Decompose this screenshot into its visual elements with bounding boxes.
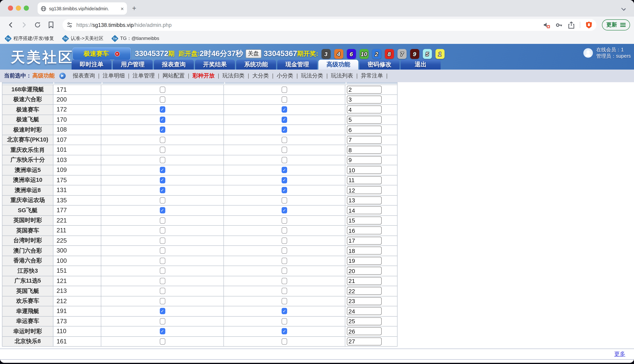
open-checkbox[interactable]	[160, 248, 165, 254]
brave-rewards-icon[interactable]	[585, 21, 592, 29]
display-checkbox[interactable]	[282, 248, 287, 254]
sort-order-input[interactable]	[347, 257, 382, 265]
open-checkbox[interactable]	[160, 238, 165, 244]
open-checkbox[interactable]	[160, 197, 165, 204]
tab-search-chevron-icon[interactable]	[621, 6, 626, 11]
subnav-item-注单管理[interactable]: 注单管理	[133, 72, 155, 79]
subnav-item-注单明细[interactable]: 注单明细	[103, 72, 125, 79]
nav-tab-报表查询[interactable]: 报表查询	[154, 60, 194, 70]
open-checkbox[interactable]: ✓	[160, 106, 165, 113]
open-checkbox[interactable]	[160, 298, 165, 304]
bookmark-item[interactable]: Tm 程序搭建/开发/修复	[6, 35, 54, 42]
tab-muted-icon[interactable]	[543, 21, 550, 28]
sort-order-input[interactable]	[347, 156, 382, 164]
sort-order-input[interactable]	[347, 237, 382, 245]
display-checkbox[interactable]: ✓	[282, 308, 287, 314]
sort-order-input[interactable]	[347, 146, 382, 154]
display-checkbox[interactable]	[282, 288, 287, 294]
url-text[interactable]: https://sg138.timibbs.vip/hide/admin.php	[76, 22, 538, 28]
sort-order-input[interactable]	[347, 106, 382, 114]
display-checkbox[interactable]: ✓	[282, 167, 287, 173]
tab-close-icon[interactable]: ×	[121, 5, 124, 12]
sort-order-input[interactable]	[347, 227, 382, 234]
sort-order-input[interactable]	[347, 186, 382, 194]
browser-tab[interactable]: sg138.timibbs.vip/hide/admin. ×	[38, 2, 127, 14]
display-checkbox[interactable]	[282, 298, 287, 304]
open-checkbox[interactable]: ✓	[160, 116, 165, 123]
display-checkbox[interactable]	[282, 147, 287, 153]
sort-order-input[interactable]	[347, 196, 382, 204]
subnav-item-大分类[interactable]: 大分类	[252, 72, 269, 79]
sort-order-input[interactable]	[347, 86, 382, 94]
url-bar[interactable]: https://sg138.timibbs.vip/hide/admin.php	[63, 19, 596, 31]
open-checkbox[interactable]	[160, 318, 165, 324]
sort-order-input[interactable]	[347, 96, 382, 104]
subnav-item-报表查询[interactable]: 报表查询	[73, 72, 95, 79]
open-checkbox[interactable]	[160, 96, 165, 103]
nav-tab-即时注单[interactable]: 即时注单	[72, 60, 112, 70]
open-checkbox[interactable]: ✓	[160, 167, 165, 173]
sort-order-input[interactable]	[347, 277, 382, 285]
subnav-item-异常注单[interactable]: 异常注单	[361, 72, 383, 79]
open-checkbox[interactable]: ✓	[160, 127, 165, 133]
nav-tab-系统功能[interactable]: 系统功能	[236, 60, 276, 70]
browser-update-button[interactable]: 更新	[602, 19, 630, 30]
open-checkbox[interactable]	[160, 288, 165, 294]
display-checkbox[interactable]	[282, 278, 287, 284]
sort-order-input[interactable]	[347, 328, 382, 335]
open-checkbox[interactable]	[160, 278, 165, 284]
subnav-item-玩法分类[interactable]: 玩法分类	[301, 72, 323, 79]
display-checkbox[interactable]	[282, 137, 287, 143]
open-checkbox[interactable]: ✓	[160, 308, 165, 314]
display-checkbox[interactable]: ✓	[282, 106, 287, 113]
sort-order-input[interactable]	[347, 216, 382, 224]
nav-tab-高级功能[interactable]: 高级功能	[318, 60, 358, 70]
bookmark-item[interactable]: Tm 认准->天美社区	[63, 35, 104, 42]
subnav-item-小分类[interactable]: 小分类	[277, 72, 293, 79]
forward-button[interactable]	[19, 20, 29, 30]
reload-button[interactable]	[33, 20, 43, 30]
open-checkbox[interactable]	[160, 86, 165, 93]
display-checkbox[interactable]	[282, 197, 287, 204]
open-checkbox[interactable]	[160, 137, 165, 143]
close-market-button[interactable]: 关盘	[245, 50, 261, 58]
sort-order-input[interactable]	[347, 307, 382, 315]
open-checkbox[interactable]	[160, 217, 165, 224]
subnav-item-玩法归类[interactable]: 玩法归类	[222, 72, 244, 79]
display-checkbox[interactable]: ✓	[282, 328, 287, 334]
subnav-item-彩种开放[interactable]: 彩种开放	[192, 72, 215, 79]
display-checkbox[interactable]	[282, 238, 287, 244]
sort-order-input[interactable]	[347, 166, 382, 174]
open-checkbox[interactable]	[160, 228, 165, 234]
nav-tab-现金管理[interactable]: 现金管理	[277, 60, 317, 70]
open-checkbox[interactable]	[160, 258, 165, 264]
display-checkbox[interactable]	[282, 157, 287, 163]
macos-close-button[interactable]	[8, 6, 13, 11]
bookmark-item[interactable]: Tm TG：@tianmeibbs	[112, 35, 159, 42]
display-checkbox[interactable]	[282, 338, 287, 345]
macos-minimize-button[interactable]	[16, 6, 21, 11]
display-checkbox[interactable]	[282, 86, 287, 93]
sort-order-input[interactable]	[347, 267, 382, 275]
open-checkbox[interactable]: ✓	[160, 207, 165, 214]
nav-tab-开奖结果[interactable]: 开奖结果	[195, 60, 235, 70]
more-link[interactable]: 更多	[614, 350, 625, 358]
display-checkbox[interactable]: ✓	[282, 187, 287, 194]
sort-order-input[interactable]	[347, 297, 382, 305]
sort-order-input[interactable]	[347, 206, 382, 214]
menu-hamburger-icon[interactable]	[620, 23, 626, 27]
site-settings-icon[interactable]	[67, 22, 73, 28]
sort-order-input[interactable]	[347, 116, 382, 124]
display-checkbox[interactable]	[282, 268, 287, 274]
sort-order-input[interactable]	[347, 287, 382, 295]
display-checkbox[interactable]	[282, 258, 287, 264]
display-checkbox[interactable]: ✓	[282, 116, 287, 123]
bookmark-sidebar-icon[interactable]	[46, 20, 56, 30]
sort-order-input[interactable]	[347, 126, 382, 134]
open-checkbox[interactable]: ✓	[160, 177, 165, 184]
open-checkbox[interactable]	[160, 268, 165, 274]
display-checkbox[interactable]: ✓	[282, 127, 287, 133]
share-icon[interactable]	[568, 21, 575, 29]
sort-order-input[interactable]	[347, 338, 382, 346]
display-checkbox[interactable]	[282, 228, 287, 234]
